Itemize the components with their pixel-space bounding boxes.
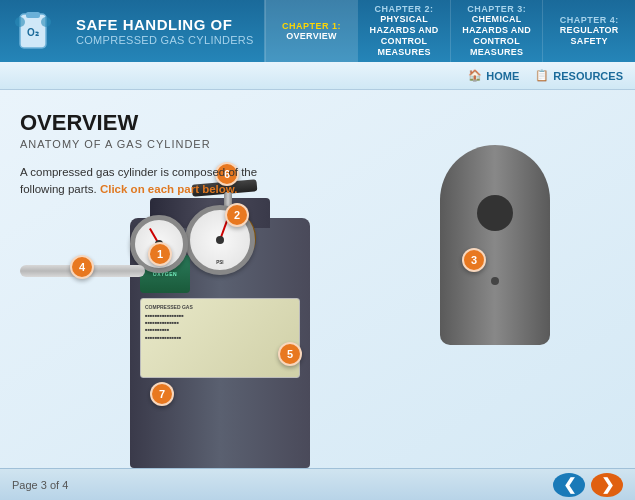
chapter-title-ch3: CHEMICAL HAZARDS AND CONTROL MEASURES xyxy=(459,14,535,57)
chapter-title-ch2: PHYSICAL HAZARDS AND CONTROL MEASURES xyxy=(366,14,442,57)
nav-chapter-ch3[interactable]: CHAPTER 3: CHEMICAL HAZARDS AND CONTROL … xyxy=(450,0,543,62)
nav-chapter-ch1[interactable]: CHAPTER 1: OVERVIEW xyxy=(265,0,358,62)
home-label: HOME xyxy=(486,70,519,82)
svg-point-4 xyxy=(41,17,51,27)
hotspot-3-label: 3 xyxy=(471,254,477,266)
chapter-nav: CHAPTER 1: OVERVIEWCHAPTER 2: PHYSICAL H… xyxy=(265,0,635,62)
home-button[interactable]: 🏠 HOME xyxy=(468,69,519,83)
subheader: 🏠 HOME 📋 RESOURCES xyxy=(0,62,635,90)
svg-text:O₂: O₂ xyxy=(27,27,39,38)
chapter-title-ch1: OVERVIEW xyxy=(286,31,337,42)
main-content: OVERVIEW ANATOMY OF A GAS CYLINDER A com… xyxy=(0,90,635,468)
resources-icon: 📋 xyxy=(535,69,549,83)
page-indicator: Page 3 of 4 xyxy=(12,479,68,491)
header-title-sub: COMPRESSED GAS CYLINDERS xyxy=(76,34,254,46)
logo-icon: O₂ xyxy=(12,10,54,52)
nav-chapter-ch2[interactable]: CHAPTER 2: PHYSICAL HAZARDS AND CONTROL … xyxy=(357,0,450,62)
chapter-number-ch4: CHAPTER 4: xyxy=(560,15,619,25)
chapter-number-ch3: CHAPTER 3: xyxy=(467,4,526,14)
header-title-main: SAFE HANDLING OF xyxy=(76,16,254,34)
svg-point-3 xyxy=(15,17,25,27)
click-parts-link[interactable]: Click on each part below. xyxy=(100,183,238,195)
navigation-arrows: ❮ ❯ xyxy=(553,473,623,497)
chapter-title-ch4: REGULATOR SAFETY xyxy=(551,25,627,47)
home-icon: 🏠 xyxy=(468,69,482,83)
header: O₂ SAFE HANDLING OF COMPRESSED GAS CYLIN… xyxy=(0,0,635,62)
chapter-number-ch1: CHAPTER 1: xyxy=(282,21,341,31)
overview-description: A compressed gas cylinder is composed of… xyxy=(20,164,260,199)
content-text-panel: OVERVIEW ANATOMY OF A GAS CYLINDER A com… xyxy=(0,90,280,468)
resources-label: RESOURCES xyxy=(553,70,623,82)
prev-button[interactable]: ❮ xyxy=(553,473,585,497)
chapter-number-ch2: CHAPTER 2: xyxy=(375,4,434,14)
resources-button[interactable]: 📋 RESOURCES xyxy=(535,69,623,83)
section-subtitle: ANATOMY OF A GAS CYLINDER xyxy=(20,138,260,150)
header-logo: O₂ xyxy=(0,0,66,62)
svg-rect-1 xyxy=(26,12,40,18)
next-button[interactable]: ❯ xyxy=(591,473,623,497)
hotspot-3[interactable]: 3 xyxy=(462,248,486,272)
footer: Page 3 of 4 ❮ ❯ xyxy=(0,468,635,500)
nav-chapter-ch4[interactable]: CHAPTER 4: REGULATOR SAFETY xyxy=(542,0,635,62)
cylinder-cap-shape xyxy=(470,145,580,345)
header-title-block: SAFE HANDLING OF COMPRESSED GAS CYLINDER… xyxy=(66,0,265,62)
hotspot-5[interactable]: 5 xyxy=(278,342,302,366)
section-title: OVERVIEW xyxy=(20,110,260,136)
hotspot-5-label: 5 xyxy=(287,348,293,360)
